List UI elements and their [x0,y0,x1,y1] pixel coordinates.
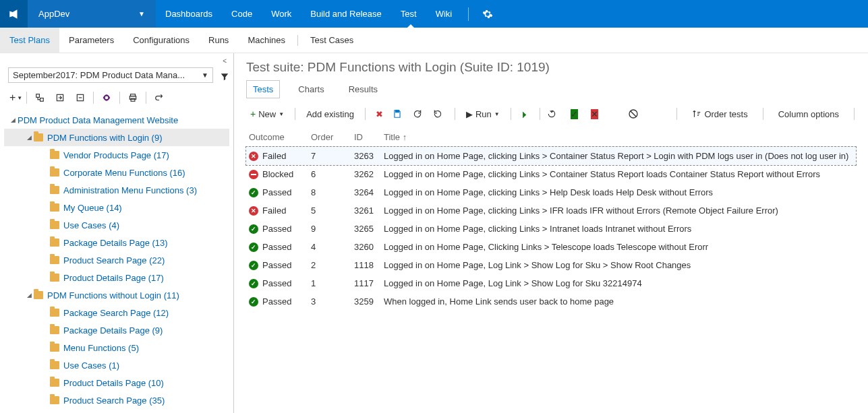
table-row[interactable]: Failed73263Logged in on Home Page, click… [246,147,856,165]
tree-node[interactable]: Package Details Page (9) [4,321,229,339]
tests-toolbar: + New ▼ Add existing ✖ ▶ Run [246,106,856,121]
result-tabs: TestsChartsResults [246,80,856,98]
pass-icon[interactable] [567,109,582,119]
table-row[interactable]: Failed53261Logged in on Home Page, click… [246,201,856,220]
refresh-icon[interactable] [413,109,428,119]
table-header: Outcome Order ID Title ↑ [246,128,856,147]
tree-node[interactable]: Vendor Products Page (17) [4,146,229,164]
run-button[interactable]: ▶ Run ▼ [462,107,504,121]
tree-node[interactable]: My Queue (14) [4,199,229,216]
title-cell: Logged in on Home Page, Clicking Links >… [384,242,853,252]
folder-icon [50,168,59,177]
tree-node[interactable]: Package Search Page (12) [4,304,229,321]
tree-label: Menu Functions (5) [63,343,139,353]
table-row[interactable]: Passed93265Logged in on Home Page, click… [246,220,856,238]
print-icon[interactable] [124,90,142,106]
subnav-test-cases[interactable]: Test Cases [301,28,363,53]
table-row[interactable]: Passed11117Logged in on Home Page, Log L… [246,274,856,292]
folder-icon [50,379,59,387]
reset-icon[interactable] [547,109,562,119]
test-plan-select[interactable]: September2017: PDM Product Data Mana... … [8,67,213,83]
sub-nav: Test PlansParametersConfigurationsRunsMa… [0,28,868,53]
col-order[interactable]: Order [311,132,354,142]
tab-results[interactable]: Results [343,81,384,98]
subnav-runs[interactable]: Runs [199,28,238,53]
tree-node[interactable]: Package Details Page (13) [4,234,229,251]
save-icon[interactable] [393,109,407,119]
subnav-configurations[interactable]: Configurations [123,28,199,53]
nav-tab-wiki[interactable]: Wiki [426,0,462,28]
column-options-button[interactable]: Column options [774,107,843,121]
add-existing-button[interactable]: Add existing [302,107,358,121]
tree-node[interactable]: Corporate Menu Functions (16) [4,164,229,181]
outcome-pass-icon [249,224,258,234]
redo-icon[interactable] [150,90,168,106]
resume-icon[interactable]: ⏵ [518,109,533,119]
id-cell: 1117 [354,278,384,288]
tab-charts[interactable]: Charts [292,81,330,98]
project-selector[interactable]: AppDev ▼ [28,0,156,28]
order-tests-button[interactable]: Order tests [688,107,751,121]
subnav-machines[interactable]: Machines [238,28,295,53]
show-tests-icon[interactable] [98,90,115,106]
folder-icon [50,203,59,212]
order-cell: 7 [311,151,354,161]
tree-label: PDM Product Data Management Website [18,115,178,125]
tree-node[interactable]: Product Details Page (10) [4,374,229,391]
tree-node[interactable]: Product Search Page (22) [4,251,229,269]
order-cell: 9 [311,224,354,234]
redo-icon[interactable] [433,109,448,119]
col-title[interactable]: Title ↑ [384,132,853,142]
tree-node[interactable]: ◢PDM Functions with Login (9) [4,129,229,146]
col-outcome[interactable]: Outcome [249,132,311,142]
remove-icon[interactable] [71,90,89,106]
subnav-test-plans[interactable]: Test Plans [0,28,59,53]
nav-tab-dashboards[interactable]: Dashboards [156,0,222,28]
gear-icon[interactable] [475,9,500,20]
open-test-suite-icon[interactable] [31,90,49,106]
nav-tab-code[interactable]: Code [222,0,262,28]
id-cell: 3259 [354,296,384,307]
vsts-logo-icon[interactable] [0,0,28,28]
tree-node[interactable]: Administration Menu Functions (3) [4,181,229,199]
outcome-text: Failed [262,205,286,216]
svg-rect-1 [40,98,44,102]
table-row[interactable]: Passed43260Logged in on Home Page, Click… [246,238,856,256]
outcome-pass-icon [249,279,258,288]
fail-icon[interactable] [587,109,602,119]
outcome-text: Passed [262,260,291,270]
table-row[interactable]: Blocked63262Logged in on Home Page, clic… [246,165,856,183]
play-icon: ▶ [466,109,473,119]
tab-tests[interactable]: Tests [246,80,280,98]
filter-icon[interactable] [220,72,229,82]
tree-node[interactable]: Use Cases (1) [4,356,229,374]
id-cell: 3260 [354,242,384,252]
table-row[interactable]: Passed33259When logged in, Home Link sen… [246,292,856,311]
nav-tab-work[interactable]: Work [262,0,301,28]
tree-node[interactable]: ◢PDM Functions without Login (11) [4,286,229,304]
outcome-text: Passed [262,242,291,252]
tree-node[interactable]: Product Details Page (17) [4,269,229,286]
tree-label: Administration Menu Functions (3) [63,185,197,195]
nav-tab-test[interactable]: Test [391,0,426,28]
collapse-left-icon[interactable]: < [223,57,227,65]
table-row[interactable]: Passed21118Logged in on Home Page, Log L… [246,256,856,274]
expand-icon[interactable]: ◢ [8,117,18,123]
tree-node[interactable]: Menu Functions (5) [4,339,229,356]
delete-icon[interactable]: ✖ [372,109,387,119]
expand-icon[interactable]: ◢ [24,134,34,141]
col-id[interactable]: ID [354,132,384,142]
table-row[interactable]: Passed83264Logged in on Home Page, click… [246,183,856,201]
id-cell: 3261 [354,205,384,216]
tree-node[interactable]: Product Search Page (35) [4,391,229,409]
tree-node[interactable]: Use Cases (4) [4,216,229,234]
tree-node[interactable]: ◢PDM Product Data Management Website [4,111,229,129]
expand-icon[interactable]: ◢ [24,292,34,298]
new-button[interactable]: + New ▼ [246,106,288,121]
subnav-parameters[interactable]: Parameters [59,28,123,53]
nav-tab-build-and-release[interactable]: Build and Release [301,0,391,28]
not-applicable-icon[interactable] [628,108,643,119]
add-button[interactable]: +▼ [9,90,22,106]
export-icon[interactable] [51,90,69,106]
title-cell: Logged in on Home Page, clicking Links >… [384,187,853,197]
